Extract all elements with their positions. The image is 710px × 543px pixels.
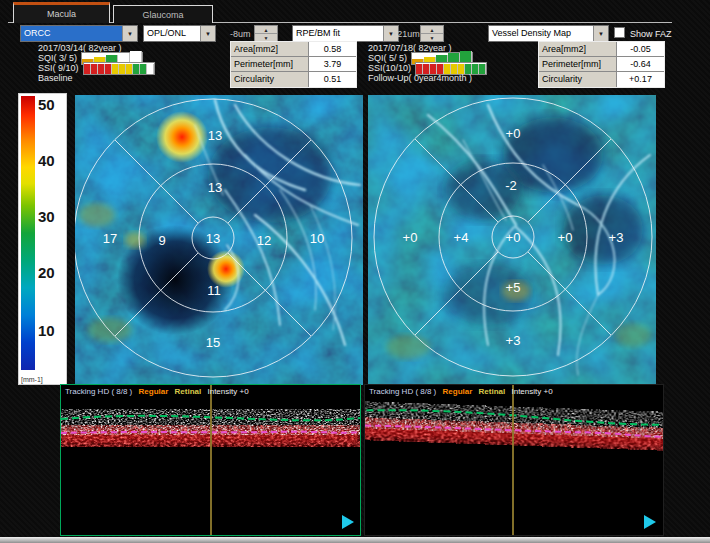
scan-type: Retinal	[175, 387, 202, 396]
colorbar-unit: [mm-1]	[21, 376, 43, 383]
sector-value-outer-top: +0	[506, 126, 521, 141]
play-button[interactable]	[644, 515, 656, 529]
colorbar-tick: 50	[38, 96, 66, 113]
followup-ssi-label: SSI(10/10)	[368, 63, 411, 73]
slab-select[interactable]: ORCC ▼	[20, 25, 138, 42]
followup-exam-header: 2017/07/18( 82year ) SQI( 5/ 5) SSI(10/1…	[368, 43, 487, 83]
bscan-header: Tracking HD ( 8/8 ) Regular Retinal Inte…	[65, 387, 249, 396]
tab-macula-label: Macula	[47, 9, 76, 19]
followup-sqi-label: SQI( 5/ 5)	[368, 53, 407, 63]
colorbar-tick: 10	[38, 322, 66, 339]
colorbar-tick: 40	[38, 152, 66, 169]
sector-value-outer-right: 10	[310, 231, 324, 246]
stat-label: Area[mm2]	[539, 42, 617, 56]
bscan-image	[365, 385, 663, 535]
tab-macula[interactable]: Macula	[13, 2, 110, 23]
stat-value: +0.17	[617, 72, 664, 87]
colorbar-gradient	[21, 96, 35, 370]
baseline-faz-stats: Area[mm2] 0.58 Perimeter[mm] 3.79 Circul…	[230, 41, 357, 88]
octa-image-baseline: 13 13 17 9 13 12 10 11 15	[75, 95, 363, 385]
sector-value-inner-left: +4	[454, 230, 469, 245]
tab-glaucoma[interactable]: Glaucoma	[113, 5, 213, 23]
sector-value-outer-bottom: 15	[206, 335, 220, 350]
bottom-divider	[0, 537, 710, 543]
reference-select-value: RPE/BM fit	[293, 26, 383, 41]
sector-value-outer-right: +3	[609, 230, 624, 245]
sector-value-outer-bottom: +3	[506, 333, 521, 348]
sector-value-inner-bottom: 11	[207, 283, 221, 298]
vessel-density-map-followup[interactable]: +0 -2 +0 +4 +0 +0 +3 +5 +3	[368, 95, 656, 385]
stat-label: Perimeter[mm]	[231, 57, 309, 71]
stepper-down-icon[interactable]: ▼	[421, 34, 443, 41]
lower-offset-label: +21um	[392, 29, 420, 39]
bscan-followup[interactable]: Tracking HD ( 8/8 ) Regular Retinal Inte…	[364, 384, 664, 536]
stat-label: Area[mm2]	[231, 42, 309, 56]
sector-value-inner-bottom: +5	[506, 280, 521, 295]
stepper-down-icon[interactable]: ▼	[255, 34, 277, 41]
stat-value: 0.51	[309, 72, 356, 87]
tab-strip: Macula Glaucoma	[8, 2, 672, 23]
followup-faz-stats: Area[mm2] -0.05 Perimeter[mm] -0.64 Circ…	[538, 41, 665, 88]
scan-mode: Regular	[139, 387, 169, 396]
stat-label: Circularity	[231, 72, 309, 87]
layer-select[interactable]: OPL/ONL ▼	[143, 25, 216, 42]
baseline-exam-header: 2017/03/14( 82year ) SQI( 3/ 5) SSI( 9/1…	[38, 43, 155, 83]
sector-value-center: 13	[206, 231, 220, 246]
intensity-value: Intensity +0	[511, 387, 552, 396]
sector-value-outer-top: 13	[208, 128, 222, 143]
stat-value: 3.79	[309, 57, 356, 71]
octa-comparison-screen: Macula Glaucoma ORCC ▼ OPL/ONL ▼ -8um ▲ …	[0, 0, 710, 543]
baseline-visit-label: Baseline	[38, 73, 73, 83]
stat-label: Perimeter[mm]	[539, 57, 617, 71]
stat-value: -0.05	[617, 42, 664, 56]
bscan-baseline[interactable]: Tracking HD ( 8/8 ) Regular Retinal Inte…	[60, 384, 361, 536]
vessel-density-colorbar: 50 40 30 20 10 [mm-1]	[18, 93, 67, 385]
sector-value-center: +0	[506, 230, 521, 245]
lower-offset-stepper[interactable]: ▲ ▼	[420, 25, 444, 42]
chevron-down-icon[interactable]: ▼	[593, 26, 608, 41]
show-faz-checkbox[interactable]	[614, 27, 625, 38]
stat-label: Circularity	[539, 72, 617, 87]
baseline-ssi-bar	[83, 62, 155, 75]
show-faz-label: Show FAZ	[630, 29, 672, 39]
tracking-status: Tracking HD ( 8/8 )	[369, 387, 436, 396]
bscan-header: Tracking HD ( 8/8 ) Regular Retinal Inte…	[369, 387, 553, 396]
baseline-ssi-label: SSI( 9/10)	[38, 63, 79, 73]
upper-offset-label: -8um	[230, 29, 251, 39]
bscan-position-line[interactable]	[512, 385, 514, 535]
sector-value-inner-right: 12	[257, 233, 271, 248]
octa-image-followup: +0 -2 +0 +4 +0 +0 +3 +5 +3	[368, 95, 656, 385]
map-type-select[interactable]: Vessel Density Map ▼	[488, 25, 609, 42]
stepper-up-icon[interactable]: ▲	[255, 26, 277, 34]
stat-value: -0.64	[617, 57, 664, 71]
scan-type: Retinal	[479, 387, 506, 396]
reference-select[interactable]: RPE/BM fit ▼	[292, 25, 399, 42]
chevron-down-icon[interactable]: ▼	[200, 26, 215, 41]
sector-value-outer-left: 17	[103, 231, 117, 246]
followup-visit-label: Follow-Up( 0year4month )	[368, 73, 472, 83]
scan-mode: Regular	[443, 387, 473, 396]
sector-value-outer-left: +0	[403, 230, 418, 245]
slab-select-value: ORCC	[21, 26, 122, 41]
sector-value-inner-right: +0	[558, 230, 573, 245]
baseline-sqi-label: SQI( 3/ 5)	[38, 53, 77, 63]
tracking-status: Tracking HD ( 8/8 )	[65, 387, 132, 396]
chevron-down-icon[interactable]: ▼	[122, 26, 137, 41]
stepper-up-icon[interactable]: ▲	[421, 26, 443, 34]
upper-offset-stepper[interactable]: ▲ ▼	[254, 25, 278, 42]
vessel-density-map-baseline[interactable]: 13 13 17 9 13 12 10 11 15	[75, 95, 363, 385]
map-type-select-value: Vessel Density Map	[489, 26, 593, 41]
sector-value-inner-top: -2	[505, 178, 517, 193]
colorbar-tick: 20	[38, 264, 66, 281]
stat-value: 0.58	[309, 42, 356, 56]
intensity-value: Intensity +0	[207, 387, 248, 396]
layer-select-value: OPL/ONL	[144, 26, 200, 41]
sector-value-inner-top: 13	[208, 180, 222, 195]
colorbar-tick: 30	[38, 208, 66, 225]
tab-glaucoma-label: Glaucoma	[142, 10, 183, 20]
bscan-image	[61, 385, 360, 535]
bscan-position-line[interactable]	[210, 385, 212, 535]
play-button[interactable]	[342, 515, 354, 529]
sector-value-inner-left: 9	[158, 233, 165, 248]
